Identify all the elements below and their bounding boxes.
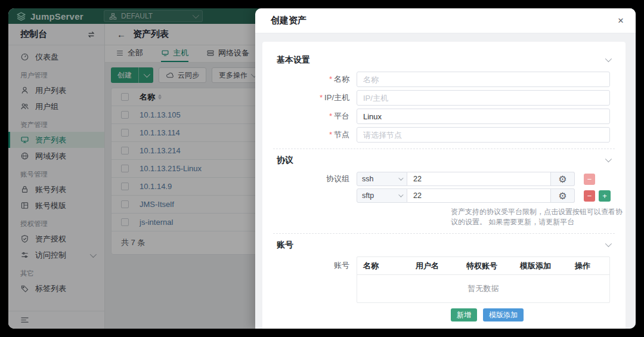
- collapse-chevron-icon[interactable]: [605, 55, 612, 62]
- port-input[interactable]: [407, 172, 551, 186]
- node-select[interactable]: [357, 127, 610, 143]
- field-name: *名称: [262, 72, 626, 87]
- field-platform: *平台: [262, 109, 626, 124]
- collapse-chevron-icon[interactable]: [605, 240, 612, 247]
- protocol-row-ssh: ssh ⚙ −: [357, 172, 626, 186]
- drawer-header: 创建资产 ×: [255, 8, 636, 33]
- protocol-select[interactable]: sftp: [357, 188, 407, 203]
- protocol-help-text: 资产支持的协议受平台限制，点击设置按钮可以查看协议的设置。 如果需要更新，请更新…: [451, 207, 626, 227]
- collapse-chevron-icon[interactable]: [605, 156, 612, 162]
- field-accounts: 账号 名称 用户名 特权账号 模版添加 操作 暂无数据: [262, 256, 626, 321]
- add-account-button[interactable]: 新增: [451, 308, 477, 321]
- accounts-table-header: 名称 用户名 特权账号 模版添加 操作: [357, 257, 609, 275]
- gear-icon: ⚙: [558, 174, 566, 185]
- protocol-settings-button[interactable]: ⚙: [551, 172, 575, 186]
- chevron-down-icon: [398, 192, 403, 197]
- field-ip-host: *IP/主机: [262, 90, 626, 106]
- create-asset-drawer: 创建资产 × 基本设置 *名称 *IP/主机: [255, 8, 636, 329]
- section-protocols: 协议: [262, 149, 626, 166]
- remove-protocol-button[interactable]: −: [584, 190, 595, 202]
- platform-select[interactable]: [357, 109, 610, 124]
- drawer-title: 创建资产: [271, 15, 618, 26]
- port-input[interactable]: [407, 188, 551, 203]
- close-icon[interactable]: ×: [618, 16, 624, 26]
- create-asset-form: 基本设置 *名称 *IP/主机 *平台: [262, 42, 626, 329]
- remove-protocol-button[interactable]: −: [584, 174, 595, 185]
- chevron-down-icon: [398, 175, 403, 180]
- gear-icon: ⚙: [558, 190, 566, 202]
- add-from-template-button[interactable]: 模版添加: [483, 308, 524, 321]
- app-window: JumpServer DEFAULT 控制台: [8, 8, 636, 329]
- protocol-row-sftp: sftp ⚙ − +: [357, 188, 626, 203]
- section-accounts: 账号: [262, 234, 626, 251]
- section-basic-settings: 基本设置: [262, 49, 626, 66]
- field-protocol-group: 协议组 ssh ⚙ −: [262, 172, 626, 227]
- name-input[interactable]: [357, 72, 610, 87]
- ip-host-input[interactable]: [357, 90, 610, 106]
- add-protocol-button[interactable]: +: [599, 190, 611, 202]
- drawer-body: 基本设置 *名称 *IP/主机 *平台: [255, 33, 636, 329]
- protocol-settings-button[interactable]: ⚙: [551, 188, 575, 203]
- empty-data-text: 暂无数据: [357, 275, 609, 302]
- accounts-table: 名称 用户名 特权账号 模版添加 操作 暂无数据: [357, 256, 610, 303]
- field-node: *节点: [262, 127, 626, 143]
- protocol-select[interactable]: ssh: [357, 172, 407, 186]
